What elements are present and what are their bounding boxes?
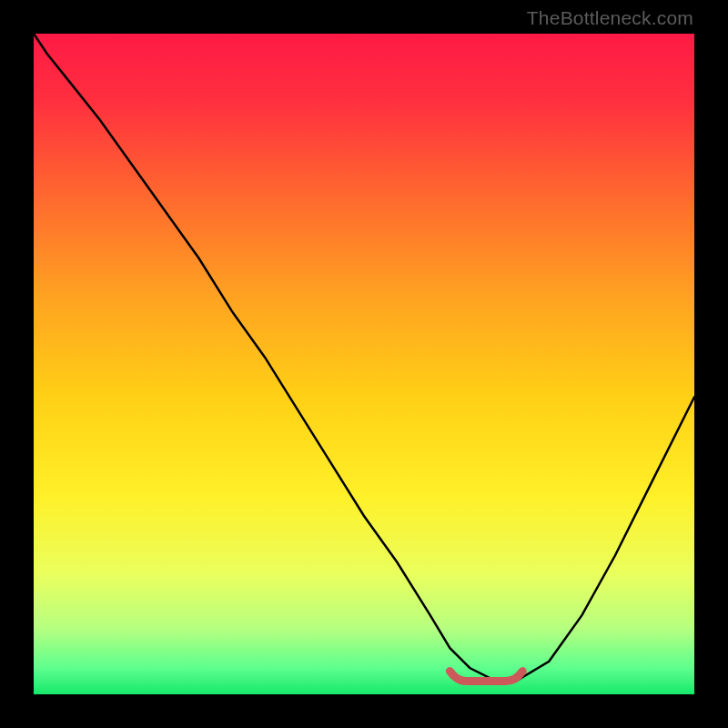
bottleneck-chart bbox=[34, 34, 694, 694]
gradient-background bbox=[34, 34, 694, 694]
watermark-text: TheBottleneck.com bbox=[527, 7, 693, 29]
chart-frame bbox=[34, 34, 694, 694]
